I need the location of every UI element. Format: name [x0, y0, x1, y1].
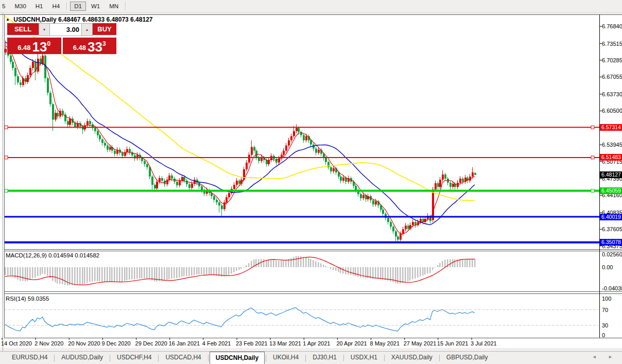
chart-tab-gbpusd[interactable]: GBPUSD,Daily	[441, 352, 494, 364]
time-axis-label: 20 Nov 2020	[68, 340, 100, 346]
chart-tab-usdcnh[interactable]: USDCNH,Daily	[210, 352, 265, 364]
tab-separator	[54, 355, 55, 361]
bid-price-pips: 13	[32, 41, 47, 53]
toolbar-timeframe-M30[interactable]: M30	[10, 2, 30, 11]
buy-button[interactable]: BUY	[93, 23, 116, 36]
time-axis-label: 4 Feb 2021	[202, 340, 231, 346]
chevron-down-icon: ▼	[43, 28, 46, 31]
ask-price-box[interactable]: 6.48 33 3	[63, 38, 117, 54]
time-axis-label: 1 Apr 2021	[303, 340, 330, 346]
time-axis-label: 8 May 2021	[370, 340, 400, 346]
price-axis-tick: 6.37605	[602, 226, 622, 232]
time-axis-label: 20 Apr 2021	[336, 340, 367, 346]
chart-tab-usdcad[interactable]: USDCAD,H4	[160, 352, 206, 364]
rsi-axis-tick: 100	[602, 296, 611, 302]
time-axis-label: 15 Jun 2021	[437, 340, 469, 346]
ask-price-pips: 33	[88, 41, 102, 53]
time-axis-label: 16 Jan 2021	[169, 340, 200, 346]
level-price-label: 6.51483	[600, 154, 622, 161]
sell-button[interactable]: SELL	[7, 23, 39, 36]
toolbar-timeframe-MN[interactable]: MN	[105, 2, 123, 11]
chart-symbol-label: USDCNH,Daily	[13, 16, 56, 23]
one-click-collapse-icon[interactable]: ▲	[6, 17, 10, 22]
time-axis-label: 27 May 2021	[404, 340, 437, 346]
chart-tab-ukoil[interactable]: UKOil,H4	[267, 352, 304, 364]
one-click-trade-panel: SELL ▼ ▲ BUY 6.48 13 0 6.48 33 3	[7, 23, 116, 54]
ask-price-prefix: 6.48	[73, 43, 86, 53]
trading-platform-window: 5M30H1H4D1W1MN ▲ USDCNH,Daily 6.48467 6.…	[0, 0, 622, 364]
chart-tab-eurusd[interactable]: EURUSD,H4	[6, 352, 53, 364]
rsi-axis-tick: 0	[602, 332, 605, 338]
tab-separator	[266, 355, 266, 361]
tab-scroll-left-icon[interactable]: ◄	[592, 354, 602, 359]
toolbar-timeframe-W1[interactable]: W1	[87, 2, 104, 11]
toolbar-separator	[125, 2, 126, 10]
tab-separator	[110, 355, 110, 361]
price-axis-tick: 6.73515	[602, 41, 622, 47]
macd-indicator-label: MACD(12,26,9) 0.014594 0.014582	[6, 252, 99, 258]
macd-axis-tick: 0.025609	[602, 251, 622, 257]
bid-price-box[interactable]: 6.48 13 0	[7, 38, 61, 54]
time-axis-label: 13 Mar 2021	[269, 340, 301, 346]
price-axis-tick: 6.70285	[602, 57, 622, 63]
rsi-indicator-label: RSI(14) 59.0355	[6, 296, 49, 302]
tab-separator	[158, 355, 159, 361]
toolbar-timeframe-H1[interactable]: H1	[31, 2, 47, 11]
chart-tab-xauusd[interactable]: XAUUSD,Daily	[386, 352, 438, 364]
time-axis-label: 3 Jul 2021	[471, 340, 497, 346]
chevron-up-icon: ▲	[85, 28, 89, 31]
time-axis-label: 29 Dec 2020	[135, 340, 167, 346]
time-axis-label: 14 Oct 2020	[1, 340, 32, 346]
level-price-label: 6.57314	[600, 124, 622, 131]
toolbar-timeframe-5[interactable]: 5	[0, 2, 9, 11]
tab-scroll-right-icon[interactable]: ►	[608, 354, 618, 359]
chart-tab-audusd[interactable]: AUDUSD,Daily	[56, 352, 109, 364]
bid-price-point: 0	[47, 40, 51, 47]
chart-tab-usdchf[interactable]: USDCHF,H4	[111, 352, 157, 364]
tab-separator	[343, 355, 344, 361]
macd-axis-tick: 0.00	[602, 264, 613, 270]
current-price-label: 6.48127	[600, 171, 622, 178]
bid-price-prefix: 6.48	[18, 43, 30, 53]
level-price-label: 6.40019	[600, 214, 622, 220]
volume-decrease-button[interactable]: ▼	[39, 23, 50, 36]
price-axis-tick: 6.63730	[602, 91, 622, 97]
tab-scroll-arrows: ◄ ►	[592, 354, 618, 359]
chart-tab-usdx[interactable]: USDX,H1	[345, 352, 383, 364]
macd-axis-tick: -0.04038	[602, 285, 622, 291]
chart-ohlc-values: 6.48467 6.48633 6.48073 6.48127	[58, 16, 153, 23]
tab-separator	[384, 355, 385, 361]
timeframe-toolbar: 5M30H1H4D1W1MN	[0, 0, 622, 13]
level-price-label: 6.45059	[600, 187, 622, 194]
toolbar-timeframe-D1[interactable]: D1	[70, 2, 86, 11]
price-axis-tick: 6.67055	[602, 74, 622, 80]
time-axis-label: 2 Nov 2020	[34, 340, 63, 346]
rsi-axis-tick: 70	[602, 307, 608, 313]
tab-separator	[208, 355, 209, 361]
ask-price-point: 3	[102, 40, 106, 47]
price-axis-tick: 6.76840	[602, 23, 622, 29]
toolbar-timeframe-H4[interactable]: H4	[48, 2, 64, 11]
chart-tab-dj30[interactable]: DJ30,H1	[307, 352, 342, 364]
volume-increase-button[interactable]: ▲	[81, 23, 93, 36]
price-axis-tick: 6.53945	[602, 142, 622, 148]
tab-separator	[439, 355, 440, 361]
time-axis-label: 23 Feb 2021	[236, 340, 268, 346]
toolbar-separator	[66, 2, 67, 10]
level-price-label: 6.35078	[600, 239, 622, 246]
tab-bar-lead-space	[0, 352, 6, 364]
rsi-axis-tick: 30	[602, 322, 608, 328]
time-axis-label: 9 Dec 2020	[101, 340, 130, 346]
tab-separator	[305, 355, 306, 361]
chart-tab-bar: EURUSD,H4AUDUSD,DailyUSDCHF,H4USDCAD,H4U…	[0, 351, 622, 364]
chart-canvas[interactable]	[0, 12, 622, 364]
volume-input[interactable]	[50, 23, 81, 36]
chart-header: ▲ USDCNH,Daily 6.48467 6.48633 6.48073 6…	[6, 16, 152, 23]
price-axis-tick: 6.60500	[602, 108, 622, 114]
